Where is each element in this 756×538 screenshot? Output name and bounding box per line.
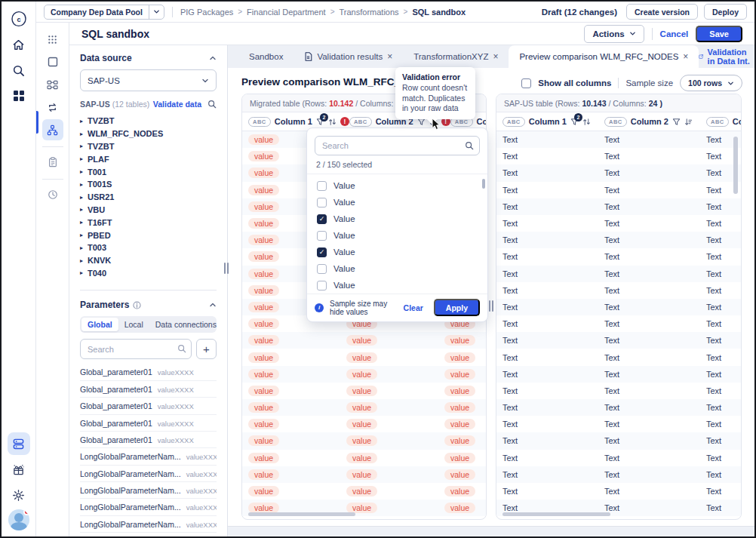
parameters-tab-local[interactable]: Local xyxy=(118,318,149,331)
breadcrumb-item[interactable]: PIG Packages xyxy=(180,8,233,17)
collapse-chevron-icon[interactable] xyxy=(209,301,217,309)
checkbox-unchecked[interactable] xyxy=(317,231,327,241)
search-icon[interactable] xyxy=(207,100,217,109)
parameters-search-input[interactable] xyxy=(80,339,192,359)
parameter-item[interactable]: LongGlobalParameterNam...valueXXXXXXXX xyxy=(80,499,217,515)
tab-transformationxyz[interactable]: TransformationXYZ× xyxy=(403,45,509,68)
table-tree-item[interactable]: ▸PBED xyxy=(80,229,217,241)
filter-option[interactable]: Value xyxy=(307,227,487,244)
tab-preview-comparison-wlm-rfc-nodes[interactable]: Preview comparison WLM_RFC_NODES× xyxy=(509,45,699,68)
table-tree-item[interactable]: ▸T001 xyxy=(80,165,217,178)
filter-option[interactable]: Value xyxy=(307,277,487,294)
validate-data-link[interactable]: Validate data xyxy=(153,100,201,109)
column-header[interactable]: ABC Column 1 2 xyxy=(502,117,604,127)
apps-grid-icon[interactable] xyxy=(8,85,30,107)
validation-link[interactable]: Validation in Data Int. xyxy=(699,48,756,66)
tab-validation-results[interactable]: Validation results× xyxy=(293,45,403,68)
actions-button[interactable]: Actions xyxy=(584,25,644,43)
parameter-item[interactable]: LongGlobalParameterNam...valueXXXXXXXX xyxy=(80,482,217,499)
filter-icon[interactable] xyxy=(672,118,681,126)
parameter-item[interactable]: LongGlobalParameterNam...valueXXXXXXXX xyxy=(80,533,217,536)
parameter-item[interactable]: Global_parameter01valueXXXX xyxy=(80,364,217,380)
table-tree-item[interactable]: ▸T040 xyxy=(80,267,217,280)
sync-icon[interactable] xyxy=(42,97,63,118)
pipeline-icon[interactable] xyxy=(42,74,63,95)
table-tree-item[interactable]: ▸KNVK xyxy=(80,254,217,267)
panel-resize-handle[interactable] xyxy=(489,300,493,312)
breadcrumb-item[interactable]: Transformations xyxy=(340,8,399,17)
table-tree-item[interactable]: ▸VBU xyxy=(80,204,217,217)
close-icon[interactable]: × xyxy=(387,51,392,62)
parameter-item[interactable]: Global_parameter01valueXXXX xyxy=(80,415,217,432)
checkbox-unchecked[interactable] xyxy=(317,198,327,208)
collapse-chevron-icon[interactable] xyxy=(209,54,217,62)
save-button[interactable]: Save xyxy=(696,26,742,42)
show-all-columns-checkbox[interactable] xyxy=(521,78,531,88)
apply-button[interactable]: Apply xyxy=(434,299,480,316)
deploy-button[interactable]: Deploy xyxy=(704,4,747,20)
table-tree-item[interactable]: ▸T16FT xyxy=(80,216,217,229)
filter-option[interactable]: Value xyxy=(307,194,487,211)
parameter-item[interactable]: Global_parameter01valueXXXX xyxy=(80,381,217,398)
filter-search-input[interactable] xyxy=(315,136,480,155)
column-header[interactable]: ABC Column 3 xyxy=(706,117,742,127)
home-icon[interactable] xyxy=(8,33,30,56)
table-tree-item[interactable]: ▸WLM_RFC_NODES xyxy=(80,128,217,140)
parameter-item[interactable]: LongGlobalParameterNam...valueXXXXXXXX xyxy=(80,516,217,533)
sample-size-select[interactable]: 100 rows xyxy=(680,75,742,91)
panel-resize-handle[interactable] xyxy=(224,263,229,274)
scrollbar-thumb[interactable] xyxy=(482,179,485,189)
close-icon[interactable]: × xyxy=(493,51,498,62)
data-pools-icon[interactable] xyxy=(8,432,30,455)
close-icon[interactable]: × xyxy=(683,51,688,62)
filter-icon[interactable]: 2 xyxy=(570,118,579,126)
drag-grid-icon[interactable] xyxy=(42,29,63,50)
table-tree-item[interactable]: ▸TVZBT xyxy=(80,115,217,128)
settings-gear-icon[interactable] xyxy=(8,484,30,506)
vertical-scrollbar[interactable] xyxy=(733,137,738,194)
parameter-item[interactable]: LongGlobalParameterNam...valueXXXXXXXX xyxy=(80,448,217,465)
chevron-down-icon[interactable] xyxy=(149,5,164,19)
data-pool-selector[interactable]: Company Dep Data Pool xyxy=(44,5,164,20)
cancel-button[interactable]: Cancel xyxy=(660,29,689,38)
column-header[interactable]: ABC Column 1 2 ! xyxy=(248,117,349,127)
checkbox-unchecked[interactable] xyxy=(317,181,327,191)
history-clock-icon[interactable] xyxy=(42,184,63,205)
table-tree-item[interactable]: ▸T003 xyxy=(80,241,217,254)
breadcrumb-item[interactable]: Financial Department xyxy=(247,8,326,17)
parameters-tab-data-connections[interactable]: Data connections xyxy=(149,318,223,331)
celonis-logo-icon[interactable]: c xyxy=(8,8,30,30)
error-icon[interactable]: ! xyxy=(340,117,349,126)
table-tree-item[interactable]: ▸PLAF xyxy=(80,152,217,165)
create-version-button[interactable]: Create version xyxy=(626,4,698,20)
filter-option[interactable]: ✓Value xyxy=(307,211,487,227)
horizontal-scrollbar[interactable] xyxy=(248,512,355,516)
checkbox-unchecked[interactable] xyxy=(317,281,327,291)
parameter-item[interactable]: Global_parameter01valueXXXX xyxy=(80,432,217,448)
whats-new-gift-icon[interactable] xyxy=(8,458,30,481)
canvas-icon[interactable] xyxy=(42,51,63,72)
add-parameter-button[interactable]: + xyxy=(196,339,217,359)
table-tree-item[interactable]: ▸TVZBT xyxy=(80,140,217,153)
parameter-item[interactable]: Global_parameter01valueXXXX xyxy=(80,398,217,414)
checkbox-checked[interactable]: ✓ xyxy=(317,214,327,224)
clipboard-icon[interactable] xyxy=(42,152,63,173)
transformations-hierarchy-icon[interactable] xyxy=(42,119,63,140)
filter-option[interactable]: Value xyxy=(307,260,487,277)
filter-option[interactable]: ✓Value xyxy=(307,244,487,260)
table-tree-item[interactable]: ▸USR21 xyxy=(80,191,217,204)
filter-option[interactable]: Value xyxy=(307,177,487,194)
sort-desc-icon[interactable] xyxy=(684,118,693,126)
parameter-item[interactable]: LongGlobalParameterNam...valueXXXXXXXX xyxy=(80,466,217,482)
breadcrumb-item[interactable]: SQL sandbox xyxy=(412,8,466,17)
user-avatar[interactable] xyxy=(8,509,29,530)
horizontal-scrollbar[interactable] xyxy=(502,512,610,516)
search-nav-icon[interactable] xyxy=(8,59,30,81)
checkbox-unchecked[interactable] xyxy=(317,264,327,274)
column-header[interactable]: ABC Column 2 xyxy=(604,117,706,127)
sort-icon[interactable] xyxy=(328,118,337,126)
parameters-tab-global[interactable]: Global xyxy=(81,318,118,331)
table-tree-item[interactable]: ▸T001S xyxy=(80,178,217,191)
tab-sandbox[interactable]: Sandbox xyxy=(238,45,293,68)
clear-button[interactable]: Clear xyxy=(404,303,423,312)
